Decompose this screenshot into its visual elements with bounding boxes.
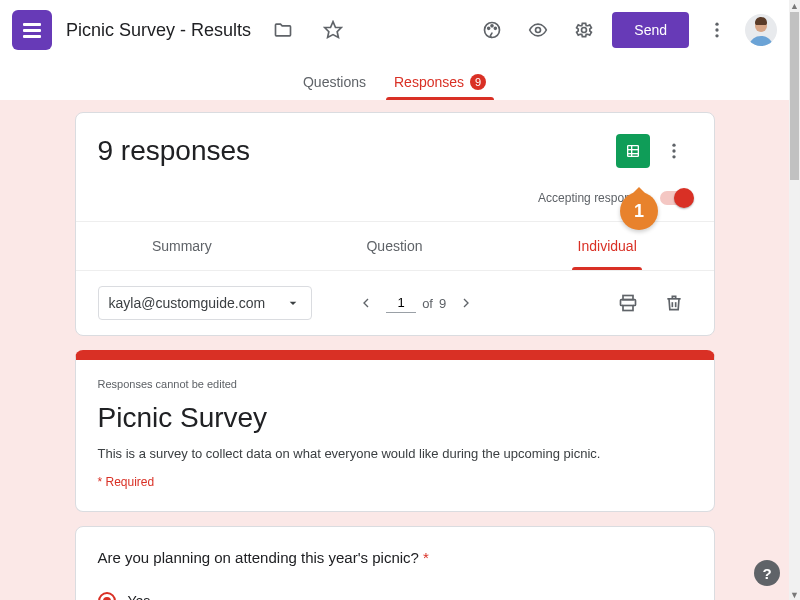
app-header: Picnic Survey - Results Send xyxy=(0,0,789,60)
star-icon[interactable] xyxy=(315,12,351,48)
document-title[interactable]: Picnic Survey - Results xyxy=(66,20,251,41)
account-avatar[interactable] xyxy=(745,14,777,46)
svg-point-8 xyxy=(715,28,718,31)
subtab-summary[interactable]: Summary xyxy=(76,222,289,270)
subtab-question[interactable]: Question xyxy=(288,222,501,270)
svg-point-3 xyxy=(491,25,493,27)
tab-responses[interactable]: Responses 9 xyxy=(380,74,500,100)
edit-notice: Responses cannot be edited xyxy=(98,378,692,390)
svg-point-17 xyxy=(672,155,675,158)
required-note: * Required xyxy=(98,475,692,489)
scroll-down-icon[interactable]: ▼ xyxy=(789,589,800,600)
svg-point-5 xyxy=(536,28,541,33)
create-spreadsheet-button[interactable] xyxy=(616,134,650,168)
form-tabs: Questions Responses 9 xyxy=(0,60,789,100)
chevron-down-icon xyxy=(285,295,301,311)
delete-icon[interactable] xyxy=(656,285,692,321)
svg-point-16 xyxy=(672,149,675,152)
scroll-up-icon[interactable]: ▲ xyxy=(789,0,800,11)
form-description: This is a survey to collect data on what… xyxy=(98,446,692,461)
svg-marker-0 xyxy=(325,22,342,38)
next-response-button[interactable] xyxy=(452,289,480,317)
tab-responses-label: Responses xyxy=(394,74,464,90)
current-response-input[interactable] xyxy=(386,293,416,313)
scrollbar[interactable]: ▲ ▼ xyxy=(789,0,800,600)
svg-rect-11 xyxy=(627,146,638,157)
respondent-email: kayla@customguide.com xyxy=(109,295,266,311)
pager-of-label: of xyxy=(422,296,433,311)
svg-point-15 xyxy=(672,144,675,147)
print-icon[interactable] xyxy=(610,285,646,321)
responses-count-badge: 9 xyxy=(470,74,486,90)
subtab-individual[interactable]: Individual xyxy=(501,222,714,270)
more-menu-icon[interactable] xyxy=(699,12,735,48)
svg-point-4 xyxy=(495,27,497,29)
responses-more-icon[interactable] xyxy=(656,133,692,169)
preview-icon[interactable] xyxy=(520,12,556,48)
respondent-dropdown[interactable]: kayla@customguide.com xyxy=(98,286,313,320)
form-title: Picnic Survey xyxy=(98,402,692,434)
annotation-marker-1: 1 xyxy=(620,192,658,230)
svg-point-6 xyxy=(582,28,587,33)
move-folder-icon[interactable] xyxy=(265,12,301,48)
response-pager: of 9 xyxy=(352,289,480,317)
responses-count-heading: 9 responses xyxy=(98,135,251,167)
tab-questions[interactable]: Questions xyxy=(289,74,380,100)
responses-card: 9 responses Accepting responses xyxy=(75,112,715,336)
scrollbar-thumb[interactable] xyxy=(790,12,799,180)
svg-rect-19 xyxy=(623,306,633,311)
question-card: Are you planning on attending this year'… xyxy=(75,526,715,600)
theme-icon[interactable] xyxy=(474,12,510,48)
radio-label: Yes xyxy=(128,593,151,600)
settings-icon[interactable] xyxy=(566,12,602,48)
prev-response-button[interactable] xyxy=(352,289,380,317)
question-text: Are you planning on attending this year'… xyxy=(98,549,692,566)
svg-point-9 xyxy=(715,34,718,37)
responses-subtabs: Summary Question Individual xyxy=(76,221,714,270)
form-header-card: Responses cannot be edited Picnic Survey… xyxy=(75,350,715,512)
send-button[interactable]: Send xyxy=(612,12,689,48)
radio-option-yes[interactable]: Yes xyxy=(98,584,692,600)
forms-logo[interactable] xyxy=(12,10,52,50)
svg-point-2 xyxy=(488,27,490,29)
accepting-responses-toggle[interactable] xyxy=(660,191,692,205)
help-button[interactable]: ? xyxy=(754,560,780,586)
canvas-area: 9 responses Accepting responses xyxy=(0,100,789,600)
radio-icon xyxy=(98,592,116,600)
svg-point-7 xyxy=(715,23,718,26)
pager-total: 9 xyxy=(439,296,446,311)
